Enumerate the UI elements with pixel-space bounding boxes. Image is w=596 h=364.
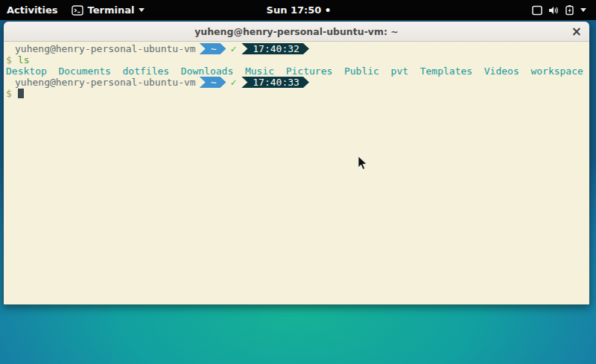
prompt-line-1: yuheng@henry-personal-ubuntu-vm ~ ✓ 17:4…: [6, 43, 588, 54]
battery-charging-icon: [564, 5, 576, 16]
clock-button[interactable]: Sun 17:50: [260, 0, 337, 20]
prompt-dollar: $: [6, 54, 12, 66]
prompt-line-2: yuheng@henry-personal-ubuntu-vm ~ ✓ 17:4…: [6, 77, 588, 88]
command-line: $ ls: [6, 54, 588, 66]
clock-label: Sun 17:50: [267, 4, 322, 16]
prompt-cwd-segment: ~: [200, 43, 226, 54]
current-command-line: $: [6, 88, 588, 99]
terminal-window: yuheng@henry-personal-ubuntu-vm: ~ × yuh…: [3, 21, 590, 305]
ls-output: Desktop Documents dotfiles Downloads Mus…: [6, 66, 588, 77]
prompt-user: yuheng@henry-personal-ubuntu-vm: [15, 77, 196, 88]
terminal-cursor: [18, 89, 24, 98]
top-bar-left: Activities Terminal: [0, 0, 151, 20]
window-titlebar[interactable]: yuheng@henry-personal-ubuntu-vm: ~ ×: [4, 22, 589, 42]
display-icon: [531, 5, 543, 16]
window-title: yuheng@henry-personal-ubuntu-vm: ~: [194, 26, 399, 37]
terminal-content[interactable]: yuheng@henry-personal-ubuntu-vm ~ ✓ 17:4…: [4, 42, 589, 304]
notification-dot-icon: [326, 8, 329, 12]
close-button[interactable]: ×: [571, 22, 582, 41]
prompt-time-segment: 17:40:32: [241, 43, 309, 54]
volume-icon: [548, 5, 559, 16]
prompt-time-segment: 17:40:33: [241, 77, 309, 88]
system-status-area[interactable]: [524, 0, 593, 20]
command-text: ls: [18, 54, 30, 66]
app-menu-label: Terminal: [88, 4, 135, 16]
status-check-icon: ✓: [230, 77, 236, 88]
status-check-icon: ✓: [230, 43, 236, 54]
desktop: Activities Terminal Sun 17:50: [0, 0, 596, 364]
top-bar: Activities Terminal Sun 17:50: [0, 0, 596, 20]
chevron-down-icon: [580, 8, 586, 12]
prompt-dollar: $: [6, 88, 12, 99]
chevron-down-icon: [139, 8, 145, 12]
terminal-app-icon: [72, 5, 83, 16]
app-menu-button[interactable]: Terminal: [65, 0, 152, 20]
prompt-user: yuheng@henry-personal-ubuntu-vm: [15, 43, 196, 54]
activities-button[interactable]: Activities: [0, 0, 65, 20]
prompt-cwd-segment: ~: [200, 77, 226, 88]
